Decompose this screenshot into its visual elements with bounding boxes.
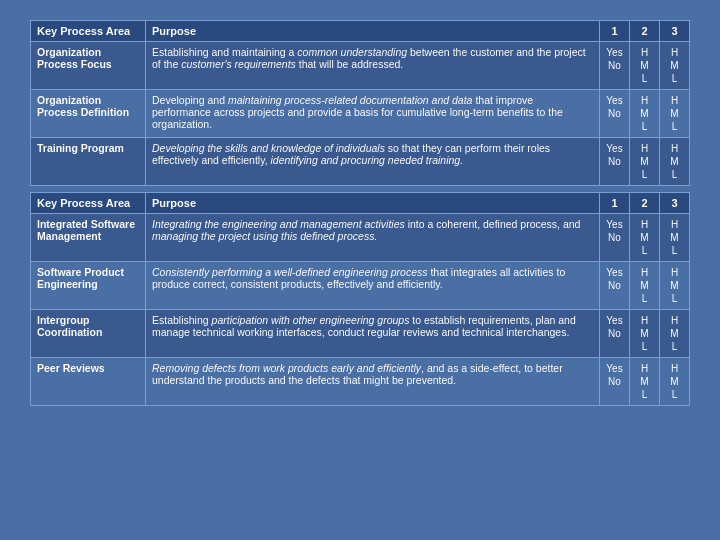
checklist-table-1: Key Process Area Purpose 1 2 3 Organizat… [30,20,690,186]
header-col3-2: 3 [660,193,690,214]
cell-purpose: Removing defects from work products earl… [146,358,600,406]
table-row: Software Product EngineeringConsistently… [31,262,690,310]
header-col3-1: 3 [660,21,690,42]
cell-col3: H M L [660,310,690,358]
cell-purpose: Integrating the engineering and manageme… [146,214,600,262]
cell-purpose: Developing the skills and knowledge of i… [146,138,600,186]
cell-col3: H M L [660,138,690,186]
header-area-1: Key Process Area [31,21,146,42]
table-row: Training ProgramDeveloping the skills an… [31,138,690,186]
header-area-2: Key Process Area [31,193,146,214]
cell-col1: Yes No [600,42,630,90]
header-col2-2: 2 [630,193,660,214]
cell-purpose: Establishing participation with other en… [146,310,600,358]
cell-purpose: Developing and maintaining process-relat… [146,90,600,138]
cell-col3: H M L [660,42,690,90]
cell-col2: H M L [630,262,660,310]
cell-col2: H M L [630,42,660,90]
cell-col1: Yes No [600,262,630,310]
header-purpose-1: Purpose [146,21,600,42]
cell-col1: Yes No [600,310,630,358]
table-section-1: Key Process Area Purpose 1 2 3 Organizat… [30,20,690,186]
cell-col3: H M L [660,358,690,406]
cell-col1: Yes No [600,138,630,186]
table-section-2: Key Process Area Purpose 1 2 3 Integrate… [30,192,690,406]
cell-col2: H M L [630,358,660,406]
header-col1-1: 1 [600,21,630,42]
cell-area: Organization Process Focus [31,42,146,90]
header-purpose-2: Purpose [146,193,600,214]
table-row: Peer ReviewsRemoving defects from work p… [31,358,690,406]
table-row: Organization Process DefinitionDevelopin… [31,90,690,138]
cell-area: Software Product Engineering [31,262,146,310]
cell-area: Integrated Software Management [31,214,146,262]
cell-col3: H M L [660,214,690,262]
cell-col3: H M L [660,90,690,138]
cell-col1: Yes No [600,214,630,262]
cell-col2: H M L [630,310,660,358]
cell-col1: Yes No [600,358,630,406]
cell-area: Peer Reviews [31,358,146,406]
cell-col2: H M L [630,138,660,186]
cell-area: Intergroup Coordination [31,310,146,358]
cell-col2: H M L [630,90,660,138]
table-row: Organization Process FocusEstablishing a… [31,42,690,90]
cell-col2: H M L [630,214,660,262]
cell-area: Organization Process Definition [31,90,146,138]
cell-purpose: Consistently performing a well-defined e… [146,262,600,310]
header-col2-1: 2 [630,21,660,42]
cell-col3: H M L [660,262,690,310]
checklist-table-2: Key Process Area Purpose 1 2 3 Integrate… [30,192,690,406]
cell-area: Training Program [31,138,146,186]
cell-col1: Yes No [600,90,630,138]
table-row: Intergroup CoordinationEstablishing part… [31,310,690,358]
cell-purpose: Establishing and maintaining a common un… [146,42,600,90]
table-row: Integrated Software ManagementIntegratin… [31,214,690,262]
header-col1-2: 1 [600,193,630,214]
